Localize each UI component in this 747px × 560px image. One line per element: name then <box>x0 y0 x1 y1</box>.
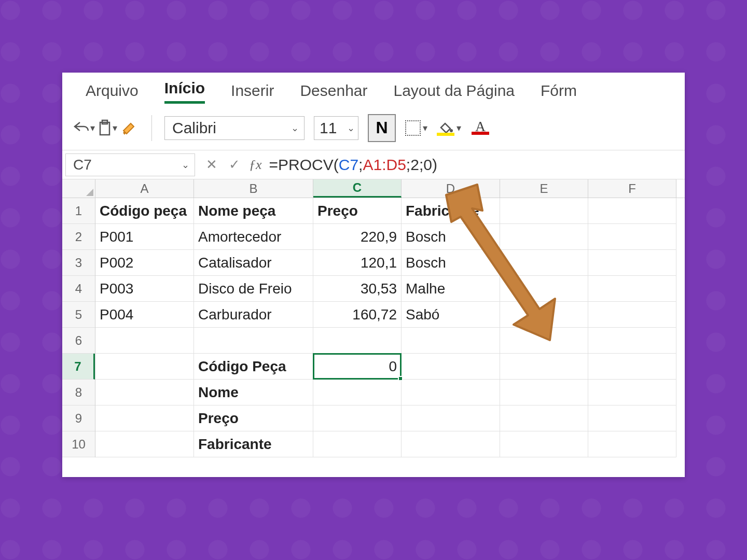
cell-C5[interactable]: 160,72 <box>313 302 402 328</box>
cell-F10[interactable] <box>588 431 676 457</box>
cell-A10[interactable] <box>95 431 194 457</box>
tab-formulas[interactable]: Fórm <box>541 82 577 104</box>
row-header-4[interactable]: 4 <box>62 276 95 302</box>
spreadsheet[interactable]: ABCDEF 12345678910 Código peçaNome peçaP… <box>62 179 685 477</box>
cell-B8[interactable]: Nome <box>194 380 313 405</box>
column-header-F[interactable]: F <box>588 179 676 198</box>
cell-F7[interactable] <box>588 354 676 380</box>
name-box[interactable]: C7 ⌄ <box>65 153 195 176</box>
select-all-corner[interactable] <box>62 179 95 198</box>
fx-icon[interactable]: ƒx <box>249 157 262 173</box>
font-color-button[interactable]: A <box>471 118 490 138</box>
cell-C7[interactable]: 0 <box>313 354 402 380</box>
cell-A4[interactable]: P003 <box>95 276 194 302</box>
borders-button[interactable]: ▾ <box>405 118 427 138</box>
cell-E3[interactable] <box>500 250 588 276</box>
cell-E7[interactable] <box>500 354 588 380</box>
cell-F6[interactable] <box>588 328 676 354</box>
cell-C4[interactable]: 30,53 <box>313 276 402 302</box>
cell-E5[interactable] <box>500 302 588 328</box>
cell-F8[interactable] <box>588 380 676 405</box>
cell-A5[interactable]: P004 <box>95 302 194 328</box>
row-header-7[interactable]: 7 <box>62 354 95 380</box>
cell-D7[interactable] <box>402 354 500 380</box>
cell-C6[interactable] <box>313 328 402 354</box>
row-header-6[interactable]: 6 <box>62 328 95 354</box>
cell-D3[interactable]: Bosch <box>402 250 500 276</box>
cell-B1[interactable]: Nome peça <box>194 198 313 224</box>
undo-button[interactable]: ▾ <box>73 118 95 138</box>
format-painter-button[interactable] <box>119 118 139 138</box>
cell-E4[interactable] <box>500 276 588 302</box>
fill-color-button[interactable]: ▾ <box>437 118 461 138</box>
cell-F5[interactable] <box>588 302 676 328</box>
cell-B10[interactable]: Fabricante <box>194 431 313 457</box>
cell-C8[interactable] <box>313 380 402 405</box>
cell-D5[interactable]: Sabó <box>402 302 500 328</box>
cell-A6[interactable] <box>95 328 194 354</box>
row-header-2[interactable]: 2 <box>62 224 95 250</box>
cell-D9[interactable] <box>402 405 500 431</box>
cell-F9[interactable] <box>588 405 676 431</box>
cell-B9[interactable]: Preço <box>194 405 313 431</box>
column-header-C[interactable]: C <box>313 179 402 198</box>
cell-E1[interactable] <box>500 198 588 224</box>
grid-body[interactable]: Código peçaNome peçaPreçoFabricanteP001A… <box>95 198 685 477</box>
cell-A3[interactable]: P002 <box>95 250 194 276</box>
accept-formula-button[interactable]: ✓ <box>223 157 246 173</box>
row-header-5[interactable]: 5 <box>62 302 95 328</box>
cell-A2[interactable]: P001 <box>95 224 194 250</box>
cell-C9[interactable] <box>313 405 402 431</box>
cell-B2[interactable]: Amortecedor <box>194 224 313 250</box>
cell-A8[interactable] <box>95 380 194 405</box>
cell-D4[interactable]: Malhe <box>402 276 500 302</box>
cancel-formula-button[interactable]: ✕ <box>200 157 223 173</box>
cell-F1[interactable] <box>588 198 676 224</box>
cell-D1[interactable]: Fabricante <box>402 198 500 224</box>
cell-E6[interactable] <box>500 328 588 354</box>
cell-E10[interactable] <box>500 431 588 457</box>
cell-A7[interactable] <box>95 354 194 380</box>
cell-E8[interactable] <box>500 380 588 405</box>
cell-B4[interactable]: Disco de Freio <box>194 276 313 302</box>
tab-desenhar[interactable]: Desenhar <box>300 82 367 104</box>
tab-inicio[interactable]: Início <box>164 79 205 104</box>
cell-F3[interactable] <box>588 250 676 276</box>
cell-B6[interactable] <box>194 328 313 354</box>
font-name-select[interactable]: Calibri ⌄ <box>164 116 305 140</box>
column-header-E[interactable]: E <box>500 179 588 198</box>
cell-C2[interactable]: 220,9 <box>313 224 402 250</box>
cell-B5[interactable]: Carburador <box>194 302 313 328</box>
cell-B7[interactable]: Código Peça <box>194 354 313 380</box>
table-row: Código peçaNome peçaPreçoFabricante <box>95 198 685 224</box>
cell-F2[interactable] <box>588 224 676 250</box>
cell-C3[interactable]: 120,1 <box>313 250 402 276</box>
cell-E9[interactable] <box>500 405 588 431</box>
row-header-8[interactable]: 8 <box>62 380 95 405</box>
column-header-B[interactable]: B <box>194 179 313 198</box>
cell-D10[interactable] <box>402 431 500 457</box>
cell-E2[interactable] <box>500 224 588 250</box>
cell-F4[interactable] <box>588 276 676 302</box>
row-header-1[interactable]: 1 <box>62 198 95 224</box>
tab-layout-da-pagina[interactable]: Layout da Página <box>394 82 515 104</box>
cell-D6[interactable] <box>402 328 500 354</box>
font-size-select[interactable]: 11 ⌄ <box>314 116 358 140</box>
tab-arquivo[interactable]: Arquivo <box>86 82 139 104</box>
column-header-D[interactable]: D <box>402 179 500 198</box>
cell-C1[interactable]: Preço <box>313 198 402 224</box>
cell-D8[interactable] <box>402 380 500 405</box>
paste-button[interactable]: ▾ <box>97 118 117 138</box>
cell-D2[interactable]: Bosch <box>402 224 500 250</box>
row-header-10[interactable]: 10 <box>62 431 95 457</box>
row-header-9[interactable]: 9 <box>62 405 95 431</box>
tab-inserir[interactable]: Inserir <box>231 82 274 104</box>
cell-C10[interactable] <box>313 431 402 457</box>
column-header-A[interactable]: A <box>95 179 194 198</box>
bold-button[interactable]: N <box>368 114 396 142</box>
cell-A1[interactable]: Código peça <box>95 198 194 224</box>
cell-B3[interactable]: Catalisador <box>194 250 313 276</box>
formula-input[interactable]: =PROCV(C7;A1:D5;2;0) <box>269 153 685 176</box>
cell-A9[interactable] <box>95 405 194 431</box>
row-header-3[interactable]: 3 <box>62 250 95 276</box>
